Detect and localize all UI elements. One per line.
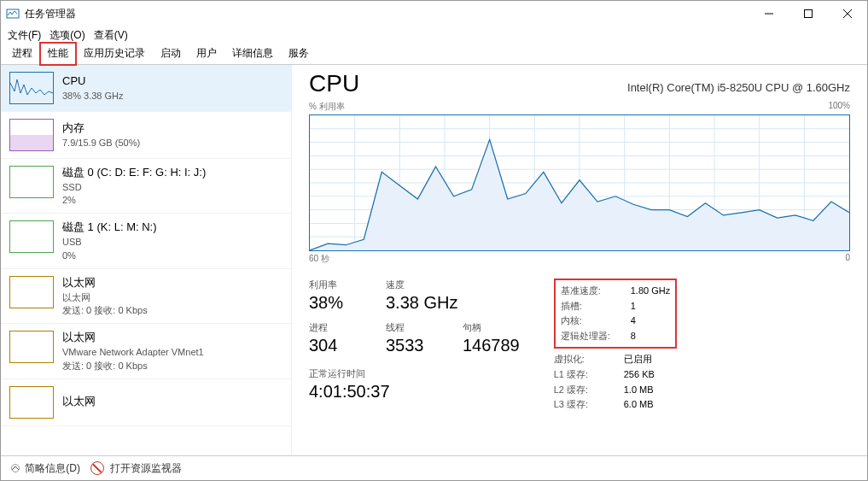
tab-startup[interactable]: 启动 [153,43,189,64]
base-speed-label: 基准速度: [561,284,620,299]
sidebar-disk1-title: 磁盘 1 (K: L: M: N:) [62,220,157,235]
ethernet-thumb-icon [9,331,54,363]
cpu-model: Intel(R) Core(TM) i5-8250U CPU @ 1.60GHz [627,81,850,94]
sidebar-item-memory[interactable]: 内存 7.9/15.9 GB (50%) [1,112,291,159]
util-label: 利用率 [309,279,360,291]
sockets-label: 插槽: [561,299,620,314]
l3-label: L3 缓存: [554,397,614,413]
cpu-thumb-icon [9,72,54,104]
sidebar-eth0-sub2: 发送: 0 接收: 0 Kbps [62,304,148,316]
uptime-label: 正常运行时间 [309,367,520,380]
chart-xleft: 60 秒 [309,253,329,265]
sidebar[interactable]: CPU 38% 3.38 GHz 内存 7.9/15.9 GB (50%) 磁盘… [1,65,292,455]
svg-rect-5 [10,135,53,150]
l1-value: 256 KB [624,367,655,383]
chart-xright: 0 [845,253,850,265]
footer: 简略信息(D) 打开资源监视器 [1,455,867,480]
svg-rect-2 [805,10,813,18]
forbid-icon [90,461,104,475]
l1-label: L1 缓存: [554,367,614,383]
sidebar-disk1-sub2: 0% [62,249,157,261]
virt-label: 虚拟化: [554,352,614,367]
tab-processes[interactable]: 进程 [4,43,40,64]
menu-file[interactable]: 文件(F) [8,28,41,43]
thread-value: 3533 [386,336,437,355]
tab-app-history[interactable]: 应用历史记录 [76,43,153,64]
sidebar-cpu-sub: 38% 3.38 GHz [62,90,124,102]
maximize-button[interactable] [789,1,828,26]
memory-thumb-icon [9,119,54,151]
sidebar-disk0-title: 磁盘 0 (C: D: E: F: G: H: I: J:) [62,166,206,180]
chart-ylabel: % 利用率 [309,101,345,113]
l2-value: 1.0 MB [624,383,654,398]
tab-details[interactable]: 详细信息 [224,43,281,64]
handle-value: 146789 [463,336,520,355]
task-manager-icon [6,7,20,21]
close-button[interactable] [828,1,867,26]
virt-value: 已启用 [624,352,652,367]
ethernet-thumb-icon [9,276,54,308]
menu-options[interactable]: 选项(O) [50,28,84,43]
sidebar-item-cpu[interactable]: CPU 38% 3.38 GHz [1,65,291,112]
disk1-thumb-icon [9,220,54,253]
window-title: 任务管理器 [25,7,749,21]
ethernet-thumb-icon [9,386,54,419]
main-area: CPU 38% 3.38 GHz 内存 7.9/15.9 GB (50%) 磁盘… [1,65,867,455]
menubar: 文件(F) 选项(O) 查看(V) [1,26,867,44]
speed-value: 3.38 GHz [386,293,457,313]
util-value: 38% [309,293,360,313]
sidebar-disk1-sub1: USB [62,236,157,248]
proc-label: 进程 [309,321,360,334]
menu-view[interactable]: 查看(V) [94,28,128,43]
sidebar-item-disk0[interactable]: 磁盘 0 (C: D: E: F: G: H: I: J:) SSD 2% [1,159,291,214]
sidebar-eth1-sub1: VMware Network Adapter VMnet1 [62,346,204,358]
sidebar-item-ethernet-2[interactable]: 以太网 [1,379,291,426]
sidebar-mem-title: 内存 [62,121,140,136]
sidebar-item-ethernet-1[interactable]: 以太网 VMware Network Adapter VMnet1 发送: 0 … [1,324,291,378]
minimize-button[interactable] [749,1,789,26]
sidebar-disk0-sub2: 2% [62,194,206,206]
fewer-details-label: 简略信息(D) [25,462,80,474]
cores-value: 4 [631,314,636,329]
disk0-thumb-icon [9,166,54,198]
tab-performance[interactable]: 性能 [40,43,76,65]
proc-value: 304 [309,336,360,355]
cpu-spec-box: 基准速度:1.80 GHz 插槽:1 内核:4 逻辑处理器:8 [554,279,677,349]
sidebar-cpu-title: CPU [62,74,124,89]
tab-users[interactable]: 用户 [189,43,224,64]
sidebar-eth0-title: 以太网 [62,276,148,290]
logical-label: 逻辑处理器: [561,329,620,344]
chart-ymax: 100% [828,101,850,113]
open-resmon-link[interactable]: 打开资源监视器 [90,461,182,476]
sidebar-eth1-sub2: 发送: 0 接收: 0 Kbps [62,360,204,372]
svg-point-26 [12,465,20,472]
speed-label: 速度 [386,279,457,291]
detail-panel: CPU Intel(R) Core(TM) i5-8250U CPU @ 1.6… [292,65,867,455]
thread-label: 线程 [386,321,437,334]
sidebar-item-disk1[interactable]: 磁盘 1 (K: L: M: N:) USB 0% [1,214,291,268]
tab-bar: 进程 性能 应用历史记录 启动 用户 详细信息 服务 [1,44,867,65]
sidebar-eth2-title: 以太网 [62,395,96,409]
sidebar-item-ethernet-0[interactable]: 以太网 以太网 发送: 0 接收: 0 Kbps [1,269,291,324]
sidebar-eth1-title: 以太网 [62,331,204,345]
tab-services[interactable]: 服务 [281,43,317,64]
cpu-extra-info: 虚拟化:已启用 L1 缓存:256 KB L2 缓存:1.0 MB L3 缓存:… [554,352,677,412]
sockets-value: 1 [631,299,636,314]
uptime-value: 4:01:50:37 [309,382,520,402]
l3-value: 6.0 MB [624,397,654,413]
sidebar-eth0-sub1: 以太网 [62,291,148,303]
open-resmon-label: 打开资源监视器 [110,462,182,474]
fewer-details-link[interactable]: 简略信息(D) [11,461,80,476]
cores-label: 内核: [561,314,620,329]
sidebar-disk0-sub1: SSD [62,181,206,193]
l2-label: L2 缓存: [554,383,614,398]
chevron-up-icon [11,464,20,472]
handle-label: 句柄 [463,321,520,334]
base-speed-value: 1.80 GHz [631,284,670,299]
detail-heading: CPU [309,70,359,97]
sidebar-mem-sub: 7.9/15.9 GB (50%) [62,137,140,149]
titlebar: 任务管理器 [1,1,867,26]
logical-value: 8 [631,329,636,344]
cpu-chart[interactable] [309,114,850,251]
